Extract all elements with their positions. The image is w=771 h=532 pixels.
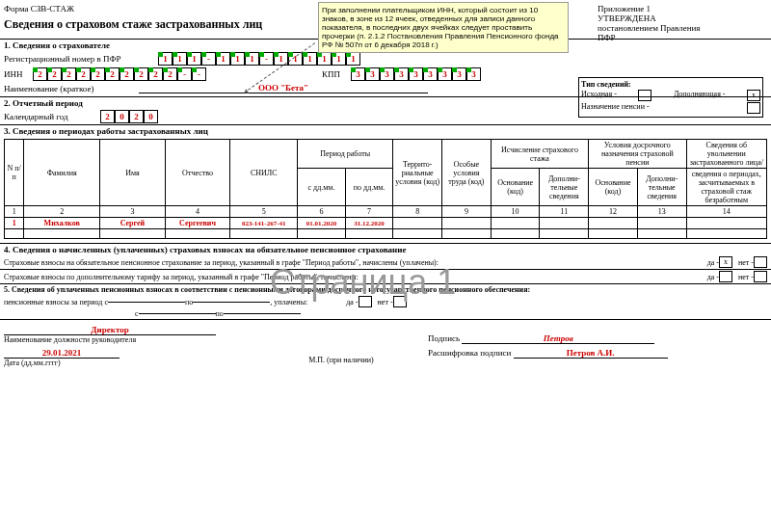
cell-to: 31.12.2020	[345, 218, 393, 229]
kpp-label: КПП	[322, 69, 351, 79]
decode-value: Петров А.И.	[514, 348, 668, 359]
chk-pension[interactable]	[747, 102, 760, 114]
chk-s4-da2[interactable]	[719, 271, 732, 282]
cell-patr: Сергеевич	[165, 218, 230, 229]
reg-cells: 111-111-111111	[158, 52, 360, 66]
s5-from2[interactable]	[139, 313, 216, 314]
mp-label: М.П. (при наличии)	[254, 329, 428, 364]
th-calc: Исчисление страхового стажа	[491, 140, 588, 169]
da-label: да -	[707, 258, 719, 267]
decode-label: Расшифровка подписи	[428, 348, 511, 358]
type-info-box: Тип сведений: Исходная -Дополняющая -х Н…	[578, 77, 763, 118]
s5-l1: пенсионные взносы за период с	[4, 298, 108, 306]
th-to: по дд.мм.	[345, 169, 393, 206]
th-add1: Дополни-тельные сведения	[540, 169, 589, 206]
th-unemp: сведения о периодах, засчитываемых в стр…	[686, 169, 766, 206]
date-label: Дата (дд.мм.гггг)	[4, 359, 254, 367]
cell-snils: 023-141-267-41	[230, 218, 298, 229]
inn-tooltip: При заполнении плательщиком ИНН, который…	[318, 2, 569, 53]
th-name: Имя	[100, 140, 166, 206]
work-periods-table: N п/п Фамилия Имя Отчество СНИЛС Период …	[4, 139, 767, 239]
th-terr: Террито-риальные условия (код)	[393, 140, 442, 206]
chk-s4-net1[interactable]	[754, 256, 767, 268]
th-fam: Фамилия	[24, 140, 100, 206]
up: , уплачены:	[270, 298, 307, 306]
inn-cells: 2222222222--	[33, 67, 206, 81]
cell-fam: Михалков	[24, 218, 100, 229]
cell-name: Сергей	[100, 218, 166, 229]
chk-s4-net2[interactable]	[754, 271, 767, 282]
da3: да -	[346, 298, 358, 306]
kpp-cells: 333333333	[351, 67, 481, 81]
th-patr: Отчество	[165, 140, 230, 206]
cell-n: 1	[5, 218, 24, 229]
th-from: с дд.мм.	[298, 169, 346, 206]
decree: постановлением Правления	[598, 23, 700, 33]
type-header: Тип сведений:	[581, 80, 760, 89]
col-numbers-row: 1234567891011121314	[5, 206, 767, 218]
th-add2: Дополни-тельные сведения	[637, 169, 686, 206]
year-cells: 2020	[100, 110, 158, 123]
section3-header: 3. Сведения о периодах работы застрахова…	[0, 125, 771, 137]
s4-line2: Страховые взносы по дополнительному тари…	[4, 273, 707, 281]
s5-to2[interactable]	[224, 313, 301, 314]
approval-block: Приложение 1 УТВЕРЖДЕНА постановлением П…	[598, 4, 700, 42]
table-row-empty	[5, 229, 767, 239]
po1: по	[185, 298, 193, 306]
position-value: Директор	[4, 325, 216, 335]
year-label: Календарный год	[4, 112, 100, 121]
th-dismiss: Сведения об увольнении застрахованного л…	[686, 140, 766, 169]
chk-s5-net[interactable]	[393, 296, 407, 307]
date-value: 29.01.2021	[4, 348, 120, 359]
chk-s5-da[interactable]	[359, 296, 372, 307]
sign-label: Подпись	[428, 333, 460, 343]
s5-from[interactable]	[108, 302, 185, 303]
chk-additional[interactable]: х	[747, 90, 760, 101]
net-label: нет -	[738, 258, 754, 267]
chk-original[interactable]	[638, 90, 651, 101]
pfr: ПФР	[598, 33, 700, 42]
po2: по	[216, 309, 224, 318]
inn-label: ИНН	[4, 69, 33, 79]
table-row: 1 Михалков Сергей Сергеевич 023-141-267-…	[5, 218, 767, 229]
th-n: N п/п	[5, 140, 24, 206]
org-name: ООО "Бета"	[139, 83, 428, 93]
section4-header: 4. Сведения о начисленных (уплаченных) с…	[0, 244, 771, 255]
name-label: Наименование (краткое)	[4, 84, 139, 93]
type-pension: Назначение пенсии -	[581, 102, 650, 114]
th-cond: Особые условия труда (код)	[442, 140, 492, 206]
reg-label: Регистрационный номер в ПФР	[4, 54, 158, 64]
th-basis2: Основание (код)	[589, 169, 638, 206]
chk-s4-da1[interactable]: х	[719, 256, 732, 268]
position-label: Наименование должности руководителя	[4, 335, 254, 344]
da-label2: да -	[707, 273, 719, 281]
type-original: Исходная -	[581, 90, 617, 101]
sign-value: Петров	[462, 333, 654, 344]
th-basis1: Основание (код)	[491, 169, 540, 206]
net3: нет -	[378, 298, 393, 306]
type-additional: Дополняющая -	[674, 90, 726, 101]
net-label2: нет -	[738, 273, 754, 281]
th-period: Период работы	[298, 140, 393, 169]
s4-line1: Страховые взносы на обязательное пенсион…	[4, 258, 707, 267]
approved: УТВЕРЖДЕНА	[598, 13, 700, 23]
appendix: Приложение 1	[598, 4, 700, 13]
s5-to[interactable]	[193, 302, 270, 303]
th-early: Условия досрочного назначения страховой …	[589, 140, 686, 169]
section5-header: 5. Сведения об уплаченных пенсионных взн…	[0, 284, 771, 295]
cell-from: 01.01.2020	[298, 218, 346, 229]
th-snils: СНИЛС	[230, 140, 298, 206]
